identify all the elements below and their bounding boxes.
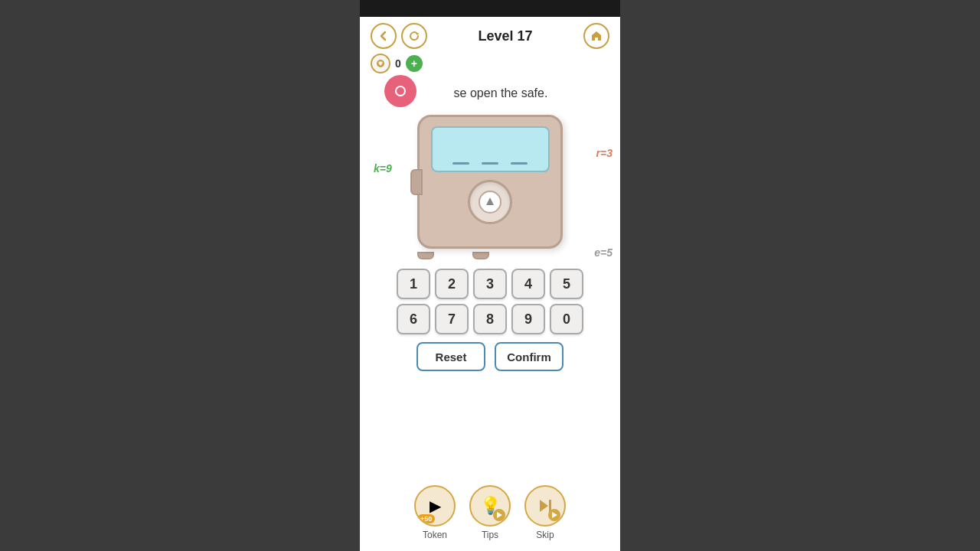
- tips-play-overlay: [493, 509, 505, 521]
- cursor-indicator: [384, 75, 416, 107]
- token-icon-circle: ▶ +50: [414, 485, 456, 527]
- num-btn-1[interactable]: 1: [397, 269, 430, 299]
- token-badge: +50: [417, 514, 435, 523]
- skip-icon-circle: [524, 485, 566, 527]
- dash-3: [511, 162, 528, 165]
- safe-feet: [417, 252, 563, 259]
- dash-1: [452, 162, 469, 165]
- confirm-button[interactable]: Confirm: [495, 342, 564, 371]
- numpad: 1 2 3 4 5 6 7 8 9 0: [397, 269, 583, 334]
- action-buttons: Reset Confirm: [416, 342, 564, 371]
- tips-icon-circle: 💡: [469, 485, 511, 527]
- num-btn-3[interactable]: 3: [473, 269, 507, 299]
- refresh-button[interactable]: [401, 23, 427, 49]
- add-coins-button[interactable]: +: [406, 55, 423, 72]
- num-btn-7[interactable]: 7: [435, 304, 469, 334]
- token-icon: ▶: [430, 497, 441, 515]
- brain-icon: [371, 54, 390, 73]
- num-btn-0[interactable]: 0: [550, 304, 583, 334]
- num-btn-8[interactable]: 8: [473, 304, 507, 334]
- cursor-inner: [395, 86, 406, 96]
- skip-play-triangle: [552, 512, 557, 518]
- back-button[interactable]: [371, 23, 397, 49]
- display-dashes: [452, 162, 528, 165]
- main-content: se open the safe. k=9 r=3 e=5: [360, 78, 620, 479]
- left-panel: [0, 0, 360, 551]
- safe-display: [431, 126, 550, 172]
- num-btn-2[interactable]: 2: [435, 269, 469, 299]
- instruction-area: se open the safe.: [368, 78, 612, 109]
- num-btn-4[interactable]: 4: [511, 269, 545, 299]
- nav-buttons: [371, 23, 427, 49]
- dial-arrow: [486, 197, 494, 205]
- top-bar: [360, 0, 620, 17]
- hint-r: r=3: [596, 147, 612, 159]
- num-btn-9[interactable]: 9: [511, 304, 545, 334]
- token-label: Token: [423, 530, 447, 540]
- safe-foot-left: [417, 252, 434, 259]
- num-btn-6[interactable]: 6: [397, 304, 430, 334]
- safe-body: [417, 115, 563, 249]
- safe-illustration: [417, 115, 563, 259]
- tips-label: Tips: [482, 530, 498, 540]
- phone-frame: Level 17 0 + se open the safe. k=9: [360, 0, 620, 551]
- right-panel: [620, 0, 980, 551]
- num-btn-5[interactable]: 5: [550, 269, 583, 299]
- skip-label: Skip: [536, 530, 554, 540]
- safe-dial: [468, 180, 512, 224]
- coins-bar: 0 +: [360, 52, 620, 78]
- bottom-toolbar: ▶ +50 Token 💡 Tips: [360, 479, 620, 551]
- skip-button[interactable]: Skip: [524, 485, 566, 540]
- tips-button[interactable]: 💡 Tips: [469, 485, 511, 540]
- numpad-row-1: 1 2 3 4 5: [397, 269, 583, 299]
- reset-button[interactable]: Reset: [416, 342, 485, 371]
- numpad-row-2: 6 7 8 9 0: [397, 304, 583, 334]
- level-title: Level 17: [478, 28, 532, 44]
- svg-marker-1: [540, 500, 548, 512]
- home-button[interactable]: [583, 23, 609, 49]
- dial-inner: [479, 191, 501, 214]
- play-triangle-icon: [497, 512, 502, 518]
- dash-2: [482, 162, 498, 165]
- hint-k: k=9: [374, 162, 392, 174]
- header: Level 17: [360, 17, 620, 52]
- hint-e: e=5: [594, 246, 612, 259]
- instruction-text: se open the safe.: [454, 86, 548, 100]
- header-center: Level 17: [478, 28, 532, 44]
- token-button[interactable]: ▶ +50 Token: [414, 485, 456, 540]
- safe-foot-right: [472, 252, 489, 259]
- coins-count: 0: [395, 57, 401, 70]
- skip-play-overlay: [548, 509, 560, 521]
